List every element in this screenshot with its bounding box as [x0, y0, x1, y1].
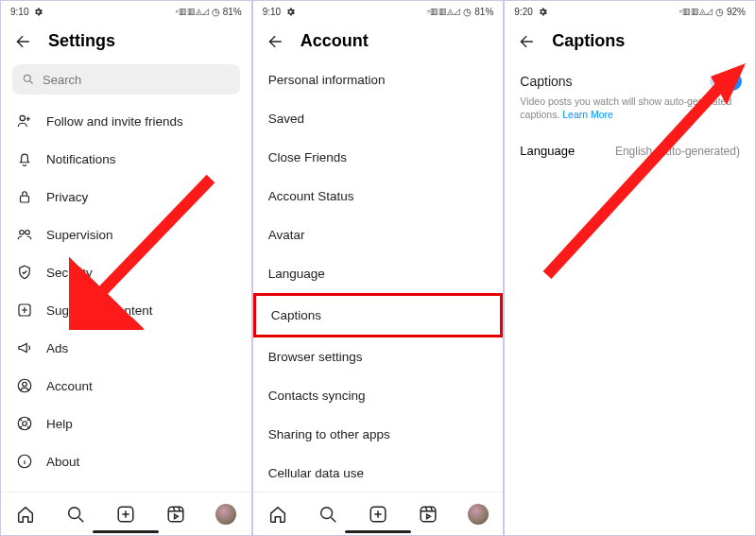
language-label: Language — [520, 144, 575, 158]
lock-icon — [16, 188, 33, 205]
svg-point-4 — [26, 231, 30, 235]
status-bar: 9:20 ▫▥▥◬◿ ◷ 92% — [505, 1, 755, 22]
search-input[interactable]: Search — [12, 64, 240, 95]
home-indicator — [93, 530, 159, 533]
help-icon — [16, 415, 33, 432]
item-security[interactable]: Security — [1, 253, 251, 291]
status-clock-icon: ◷ — [463, 7, 472, 17]
item-captions[interactable]: Captions — [253, 293, 504, 337]
item-avatar[interactable]: Avatar — [253, 216, 504, 254]
nav-search-icon[interactable] — [318, 504, 338, 525]
item-cellular-data[interactable]: Cellular data use — [253, 454, 504, 492]
nav-home-icon[interactable] — [15, 504, 36, 525]
nav-search-icon[interactable] — [65, 504, 86, 525]
item-label: Ads — [46, 341, 68, 355]
item-label: Account — [46, 379, 93, 393]
captions-toggle[interactable] — [710, 74, 740, 89]
nav-new-post-icon[interactable] — [115, 504, 136, 525]
page-title: Captions — [552, 31, 625, 51]
shield-icon — [16, 264, 33, 281]
item-follow-invite[interactable]: Follow and invite friends — [1, 102, 251, 140]
item-theme[interactable]: Theme — [1, 480, 251, 492]
item-label: Follow and invite friends — [46, 114, 183, 129]
nav-reels-icon[interactable] — [165, 504, 186, 525]
info-icon — [16, 453, 33, 470]
item-notifications[interactable]: Notifications — [1, 140, 251, 178]
settings-list: Follow and invite friends Notifications … — [1, 102, 251, 492]
item-label: Security — [46, 266, 93, 280]
status-clock-icon: ◷ — [715, 7, 724, 17]
nav-home-icon[interactable] — [267, 504, 288, 525]
item-saved[interactable]: Saved — [253, 99, 504, 138]
svg-point-7 — [23, 382, 27, 387]
person-plus-icon — [16, 112, 33, 130]
megaphone-icon — [16, 339, 33, 356]
item-account-status[interactable]: Account Status — [253, 177, 504, 216]
status-time: 9:20 — [514, 7, 532, 17]
gear-icon — [538, 7, 548, 17]
item-label: Notifications — [46, 152, 116, 166]
item-label: Privacy — [46, 190, 88, 204]
status-signal-icon: ▫▥▥◬◿ — [175, 7, 208, 16]
svg-point-3 — [20, 231, 25, 235]
item-help[interactable]: Help — [1, 405, 251, 442]
item-browser-settings[interactable]: Browser settings — [253, 337, 504, 376]
status-time: 9:10 — [263, 7, 281, 17]
item-label: Help — [46, 417, 73, 431]
status-bar: 9:10 ▫▥▥◬◿ ◷ 81% — [1, 1, 251, 22]
gear-icon — [285, 7, 296, 17]
status-battery: 92% — [727, 7, 746, 17]
bottom-nav — [1, 492, 251, 535]
search-placeholder: Search — [43, 73, 81, 87]
svg-point-14 — [69, 507, 80, 518]
item-account[interactable]: Account — [1, 367, 251, 405]
item-label: About — [46, 455, 79, 469]
item-ads[interactable]: Ads — [1, 329, 251, 367]
settings-screen: 9:10 ▫▥▥◬◿ ◷ 81% Settings Search Follow … — [0, 0, 252, 536]
status-signal-icon: ▫▥▥◬◿ — [679, 7, 713, 16]
captions-screen: 9:20 ▫▥▥◬◿ ◷ 92% Captions Captions Video… — [504, 0, 756, 536]
nav-new-post-icon[interactable] — [368, 504, 388, 525]
svg-point-20 — [321, 507, 333, 518]
bell-icon — [16, 150, 33, 167]
search-icon — [22, 73, 35, 86]
item-supervision[interactable]: Supervision — [1, 216, 251, 253]
nav-reels-icon[interactable] — [418, 504, 438, 525]
people-icon — [16, 226, 33, 243]
account-list: Personal information Saved Close Friends… — [253, 61, 504, 492]
status-signal-icon: ▫▥▥◬◿ — [427, 7, 460, 16]
language-row[interactable]: Language English (auto-generated) — [505, 134, 755, 167]
back-arrow-icon[interactable] — [14, 32, 33, 51]
gear-icon — [33, 7, 43, 17]
item-about[interactable]: About — [1, 442, 251, 480]
status-battery: 81% — [223, 7, 242, 17]
account-screen: 9:10 ▫▥▥◬◿ ◷ 81% Account Personal inform… — [252, 0, 505, 536]
item-personal-information[interactable]: Personal information — [253, 61, 504, 99]
back-arrow-icon[interactable] — [266, 32, 285, 51]
svg-point-0 — [24, 75, 30, 81]
item-suggested-content[interactable]: Suggested content — [1, 291, 251, 329]
svg-point-1 — [20, 115, 25, 120]
captions-description: Video posts you watch will show auto-gen… — [505, 95, 755, 134]
status-bar: 9:10 ▫▥▥◬◿ ◷ 81% — [253, 1, 504, 22]
account-icon — [16, 377, 33, 394]
item-label: Suggested content — [46, 303, 153, 318]
svg-rect-2 — [21, 196, 29, 202]
sparkle-icon — [16, 302, 33, 319]
item-close-friends[interactable]: Close Friends — [253, 138, 504, 177]
back-arrow-icon[interactable] — [518, 32, 537, 51]
learn-more-link[interactable]: Learn More — [562, 109, 613, 120]
page-title: Account — [301, 31, 369, 51]
item-privacy[interactable]: Privacy — [1, 178, 251, 216]
svg-point-9 — [23, 422, 27, 426]
nav-profile-avatar[interactable] — [215, 504, 236, 525]
item-label: Supervision — [46, 228, 113, 242]
status-time: 9:10 — [10, 7, 28, 17]
item-contacts-syncing[interactable]: Contacts syncing — [253, 376, 504, 415]
nav-profile-avatar[interactable] — [468, 504, 489, 525]
bottom-nav — [253, 492, 504, 535]
item-language[interactable]: Language — [253, 254, 504, 293]
page-title: Settings — [48, 31, 115, 51]
status-battery: 81% — [474, 7, 493, 17]
item-sharing-other-apps[interactable]: Sharing to other apps — [253, 415, 504, 454]
